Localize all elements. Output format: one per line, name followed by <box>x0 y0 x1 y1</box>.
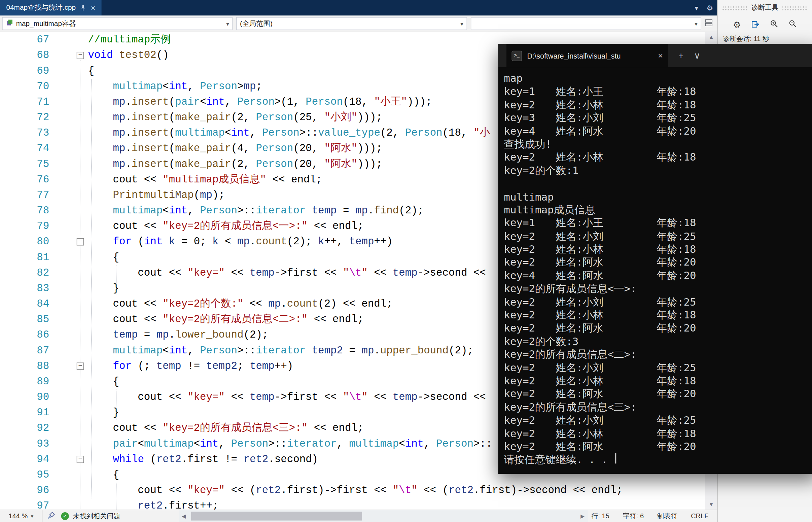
fold-cell: − <box>76 358 87 374</box>
split-window-icon[interactable] <box>705 19 713 29</box>
line-number[interactable]: 80 <box>0 234 49 250</box>
line-number[interactable]: 69 <box>0 63 49 79</box>
console-row <box>504 177 812 190</box>
zoom-in-icon[interactable] <box>770 20 778 30</box>
project-scope-combo[interactable]: map_multimap容器 ▾ <box>2 17 232 30</box>
zoom-level-combo[interactable]: 144 % ▾ <box>0 510 42 522</box>
line-number[interactable]: 71 <box>0 94 49 110</box>
console-row: key=2姓名:阿水年龄:20 <box>504 256 812 269</box>
console-row: key=2姓名:小林年龄:18 <box>504 243 812 256</box>
line-number[interactable]: 82 <box>0 265 49 281</box>
fold-collapse-icon[interactable]: − <box>77 456 84 463</box>
console-row: key=2姓名:阿水年龄:20 <box>504 388 812 401</box>
console-window: >_ D:\software_install\visual_stu × + ∨ … <box>498 44 812 474</box>
tab-04map[interactable]: 04map查找与统计.cpp × <box>0 0 102 16</box>
console-tab-close-icon[interactable]: × <box>658 52 663 60</box>
line-number[interactable]: 77 <box>0 187 49 203</box>
fold-collapse-icon[interactable]: − <box>77 52 84 59</box>
line-number[interactable]: 75 <box>0 157 49 172</box>
fold-cell <box>76 265 87 281</box>
horizontal-scroll-thumb[interactable] <box>191 511 362 520</box>
scroll-down-icon[interactable]: ▼ <box>705 500 717 509</box>
fold-margin[interactable]: −−−− <box>76 32 87 509</box>
line-number[interactable]: 72 <box>0 110 49 125</box>
line-number[interactable]: 95 <box>0 467 49 483</box>
console-row: key=2姓名:小刘年龄:25 <box>504 230 812 243</box>
scroll-left-icon[interactable]: ◀ <box>179 510 189 522</box>
diagnostics-header[interactable]: 诊断工具 <box>718 0 812 16</box>
type-scope-combo[interactable]: (全局范围) ▾ <box>236 17 467 30</box>
status-char: 字符: 6 <box>623 511 644 521</box>
pin-icon[interactable] <box>80 4 86 11</box>
line-number[interactable]: 81 <box>0 250 49 265</box>
fold-cell <box>76 218 87 234</box>
code-health-indicator[interactable]: ✓ 未找到相关问题 <box>61 510 120 522</box>
console-tab[interactable]: >_ D:\software_install\visual_stu × <box>506 44 668 67</box>
fold-collapse-icon[interactable]: − <box>77 238 84 246</box>
caret-position-info: 行: 15 字符: 6 制表符 CRLF <box>591 510 708 522</box>
line-number[interactable]: 85 <box>0 312 49 327</box>
line-number[interactable]: 97 <box>0 498 49 509</box>
console-row: key=2姓名:小林年龄:18 <box>504 427 812 440</box>
console-title-bar[interactable]: >_ D:\software_install\visual_stu × + ∨ <box>498 44 812 67</box>
console-row: key=2姓名:阿水年龄:20 <box>504 440 812 453</box>
editor-horizontal-scrollbar[interactable]: ◀ ▶ <box>179 510 588 522</box>
line-number[interactable]: 87 <box>0 343 49 358</box>
diagnostics-title: 诊断工具 <box>747 3 783 13</box>
fold-cell <box>76 32 87 47</box>
line-number[interactable]: 88 <box>0 358 49 374</box>
code-cleanup-broom-icon[interactable] <box>47 511 56 522</box>
export-icon[interactable] <box>751 20 759 30</box>
fold-cell <box>76 250 87 265</box>
console-row: key=2姓名:小刘年龄:25 <box>504 414 812 427</box>
console-row: key=3姓名:小刘年龄:25 <box>504 112 812 124</box>
line-number[interactable]: 86 <box>0 327 49 343</box>
line-number[interactable]: 78 <box>0 203 49 218</box>
document-list-chevron-icon[interactable]: ▾ <box>694 4 698 12</box>
new-tab-icon[interactable]: + <box>678 51 684 60</box>
line-number[interactable]: 79 <box>0 218 49 234</box>
line-number-gutter[interactable]: 6768697071727374757677787980818283848586… <box>0 32 49 509</box>
diagnostics-gear-icon[interactable]: ⚙ <box>733 20 740 30</box>
line-number[interactable]: 94 <box>0 451 49 467</box>
console-row: key=2姓名:小林年龄:18 <box>504 375 812 388</box>
line-number[interactable]: 70 <box>0 79 49 94</box>
close-icon[interactable]: × <box>91 4 95 12</box>
console-row: 请按任意键继续. . . <box>504 453 812 466</box>
line-number[interactable]: 89 <box>0 374 49 389</box>
line-number[interactable]: 83 <box>0 281 49 296</box>
line-number[interactable]: 90 <box>0 389 49 405</box>
status-tabs: 制表符 <box>657 511 677 521</box>
console-row: key=2的所有成员信息<二>: <box>504 348 812 361</box>
console-row: key=4姓名:阿水年龄:20 <box>504 269 812 282</box>
line-number[interactable]: 74 <box>0 141 49 157</box>
console-row: key=2的个数:3 <box>504 335 812 348</box>
chevron-down-icon: ▾ <box>694 21 697 27</box>
zoom-out-icon[interactable] <box>788 20 797 30</box>
line-number[interactable]: 76 <box>0 172 49 187</box>
console-row: key=2姓名:小林年龄:18 <box>504 308 812 322</box>
fold-cell <box>76 389 87 405</box>
code-line: ret2.first++; <box>88 498 623 509</box>
fold-cell <box>76 296 87 312</box>
fold-collapse-icon[interactable]: − <box>77 362 84 370</box>
line-number[interactable]: 67 <box>0 32 49 47</box>
console-row: key=2姓名:阿水年龄:20 <box>504 322 812 335</box>
window-options-gear-icon[interactable]: ⚙ <box>707 4 713 12</box>
line-number[interactable]: 68 <box>0 48 49 63</box>
fold-cell <box>76 467 87 483</box>
fold-cell: − <box>76 48 87 63</box>
scroll-up-icon[interactable]: ▲ <box>705 33 717 42</box>
line-number[interactable]: 96 <box>0 483 49 498</box>
line-number[interactable]: 93 <box>0 436 49 451</box>
line-number[interactable]: 84 <box>0 296 49 312</box>
console-row: key=1姓名:小王年龄:18 <box>504 85 812 98</box>
line-number[interactable]: 92 <box>0 421 49 436</box>
tab-title: 04map查找与统计.cpp <box>6 3 76 13</box>
line-number[interactable]: 91 <box>0 405 49 420</box>
line-number[interactable]: 73 <box>0 125 49 141</box>
tab-dropdown-chevron-icon[interactable]: ∨ <box>694 51 700 60</box>
console-title: D:\software_install\visual_stu <box>527 52 653 60</box>
scroll-right-icon[interactable]: ▶ <box>577 510 588 522</box>
member-combo[interactable]: ▾ <box>470 17 701 30</box>
